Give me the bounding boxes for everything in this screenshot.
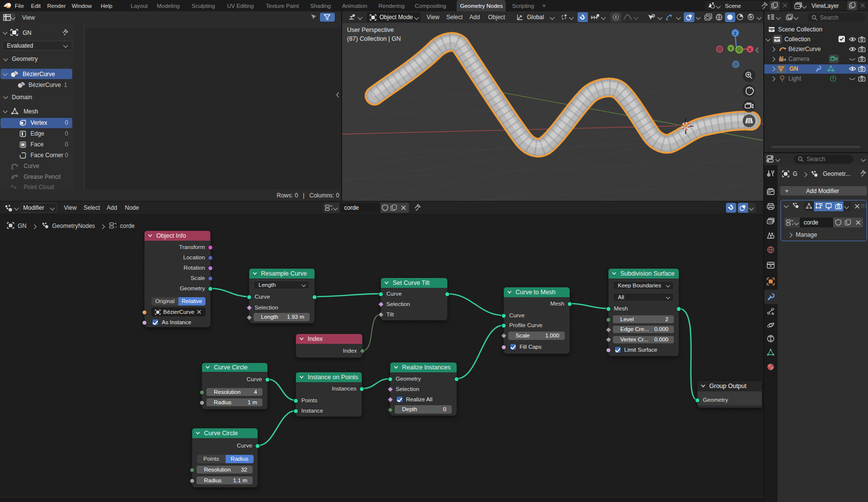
svg-text:User Perspective: User Perspective (347, 27, 394, 33)
svg-text:X: X (749, 47, 752, 52)
svg-text:Z: Z (734, 31, 737, 36)
svg-text:Y: Y (729, 46, 732, 51)
svg-text:(87) Collection | GN: (87) Collection | GN (347, 35, 401, 42)
